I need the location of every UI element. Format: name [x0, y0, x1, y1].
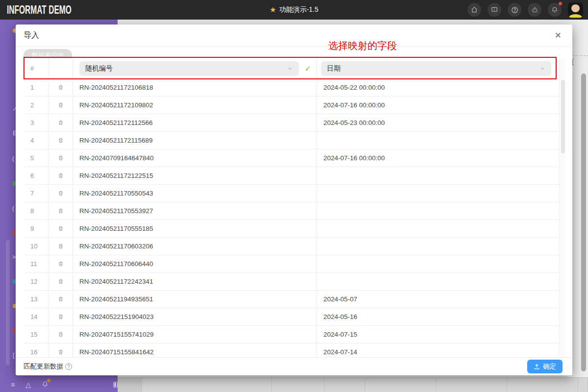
trash-icon[interactable] [58, 243, 64, 249]
help-button[interactable] [508, 3, 521, 17]
mapping-table: # 随机编号 ✓ 日期 [24, 58, 560, 357]
table-row: 10 RN-20240521170603206 [24, 238, 560, 255]
table-row: 14 RN-20240522151904023 2024-05-16 [24, 308, 560, 326]
match-update-option[interactable]: 匹配更新数据 ? [24, 362, 72, 371]
notifications-button[interactable] [548, 3, 562, 17]
table-row: 7 RN-20240521170550543 [24, 185, 560, 202]
row-code-cell: RN-20240709164647840 [73, 149, 317, 167]
table-row: 2 RN-20240521172109802 2024-07-16 00:00:… [24, 97, 560, 114]
trash-icon[interactable] [58, 155, 64, 161]
table-body: 1 RN-20240521172106818 2024-05-22 00:00:… [24, 79, 560, 357]
workspace-title-text[interactable]: 功能演示-1.5 [279, 5, 318, 14]
trash-icon[interactable] [58, 84, 64, 91]
row-number: 15 [24, 326, 49, 343]
trash-icon[interactable] [58, 296, 64, 302]
row-delete-cell [49, 326, 73, 343]
row-number: 16 [24, 343, 49, 357]
triangle-icon[interactable]: △ [25, 381, 31, 388]
row-code-cell: RN-20240521170603206 [73, 238, 317, 255]
field-mapping-cell-1: 随机编号 ✓ [73, 58, 317, 78]
row-date-cell [317, 220, 560, 237]
field-select-2-value: 日期 [327, 64, 539, 73]
row-delete-cell [49, 273, 73, 290]
table-row: 5 RN-20240709164647840 2024-07-16 00:00:… [24, 149, 560, 167]
sidebar-scrollbar[interactable] [6, 240, 10, 365]
row-date-cell [317, 167, 560, 184]
confirm-button-label: 确定 [543, 362, 556, 371]
help-circle-icon[interactable]: ? [65, 363, 72, 370]
row-delete-cell [49, 343, 73, 357]
row-number: 10 [24, 238, 49, 255]
row-date-cell: 2024-05-22 00:00:00 [317, 79, 560, 96]
field-select-2[interactable]: 日期 [321, 61, 551, 76]
row-date-cell [317, 273, 560, 290]
bell-icon [551, 6, 558, 14]
row-code-cell: RN-20240521170553927 [73, 202, 317, 220]
feedback-button[interactable] [488, 3, 501, 17]
underlay-cell [142, 378, 272, 392]
close-icon[interactable]: ✕ [555, 30, 562, 41]
bell-icon[interactable] [42, 381, 49, 389]
modal-title: 导入 [24, 30, 39, 41]
modal-scrollbar-track[interactable] [561, 58, 565, 357]
row-number: 6 [24, 167, 49, 184]
app-stage: 页 ノ E ( ( > [ ≡ △ [0, 0, 588, 392]
feedback-icon [491, 6, 498, 13]
row-delete-cell [49, 308, 73, 325]
underlay-cell [118, 378, 142, 392]
row-code-cell: RN-20240521172109802 [73, 97, 317, 114]
robot-icon [531, 6, 539, 14]
confirm-button[interactable]: 确定 [527, 360, 563, 373]
collapse-panel-icon[interactable] [113, 382, 118, 388]
row-code-cell: RN-20240521172242341 [73, 273, 317, 290]
trash-icon[interactable] [58, 349, 64, 355]
row-delete-cell [49, 132, 73, 149]
trash-icon[interactable] [58, 102, 64, 108]
row-date-cell: 2024-07-16 00:00:00 [317, 97, 560, 114]
underlay-cell [365, 378, 436, 392]
user-avatar[interactable] [568, 2, 583, 18]
underlay-cell [436, 378, 507, 392]
home-button[interactable] [467, 3, 481, 17]
row-delete-cell [49, 220, 73, 237]
sidebar-item-icon: ( [12, 205, 14, 212]
trash-icon[interactable] [58, 137, 64, 144]
field-mapping-cell-2: 日期 [317, 58, 560, 78]
match-update-label: 匹配更新数据 [24, 362, 63, 371]
trash-icon[interactable] [58, 225, 64, 232]
row-number: 14 [24, 308, 49, 325]
page-scrollbar[interactable] [581, 74, 586, 371]
row-delete-cell [49, 291, 73, 308]
trash-icon[interactable] [58, 190, 64, 196]
row-delete-cell [49, 202, 73, 220]
row-code-cell: RN-20240521172106818 [73, 79, 317, 96]
row-number: 5 [24, 149, 49, 167]
row-number: 13 [24, 291, 49, 308]
row-number: 3 [24, 114, 49, 131]
row-date-cell [317, 132, 560, 149]
menu-lines-icon[interactable]: ≡ [11, 381, 15, 388]
topbar: INFORMAT DEMO ★ 功能演示-1.5 [0, 0, 588, 20]
row-code-cell: RN-20240521172112566 [73, 114, 317, 131]
sidebar-item-icon: ( [12, 155, 14, 162]
row-code-cell: RN-20240521170606440 [73, 255, 317, 272]
row-code-cell: RN-20240521172115689 [73, 132, 317, 149]
row-date-cell: 2024-05-07 [317, 291, 560, 308]
help-icon [511, 6, 518, 14]
row-number: 2 [24, 97, 49, 114]
trash-icon[interactable] [58, 172, 64, 179]
assistant-button[interactable] [528, 3, 541, 17]
trash-icon[interactable] [58, 278, 64, 285]
row-date-cell: 2024-05-23 00:00:00 [317, 114, 560, 131]
trash-icon[interactable] [58, 120, 64, 126]
modal-scrollbar-thumb[interactable] [561, 80, 565, 153]
table-row: 13 RN-20240521194935651 2024-05-07 [24, 291, 560, 308]
sidebar-bottom-bar: ≡ △ [0, 377, 118, 392]
field-select-1[interactable]: 随机编号 [79, 61, 299, 76]
trash-icon[interactable] [58, 314, 64, 320]
trash-icon[interactable] [58, 261, 64, 267]
annotation-text: 选择映射的字段 [328, 39, 397, 52]
trash-icon[interactable] [58, 331, 64, 338]
import-modal: 导入 ✕ 数据表控件 选择映射的字段 # 随机编号 ✓ [16, 24, 572, 375]
trash-icon[interactable] [58, 208, 64, 214]
